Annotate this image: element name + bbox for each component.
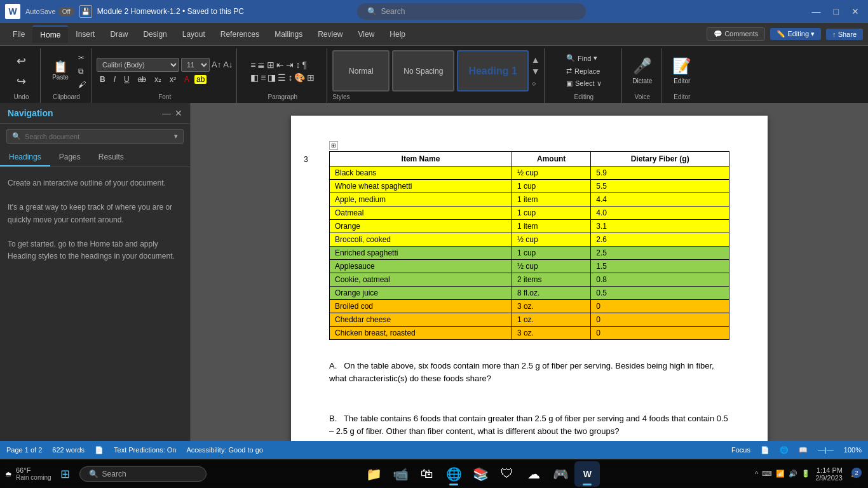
tb-app-cloud[interactable]: ☁: [521, 461, 546, 487]
select-btn[interactable]: ▣ Select ∨: [562, 78, 606, 89]
paste-btn[interactable]: 📋 Paste: [46, 59, 75, 83]
battery-icon[interactable]: 🔋: [801, 470, 810, 478]
highlight-btn[interactable]: ab: [194, 75, 207, 84]
tb-app-file-explorer[interactable]: 📁: [361, 461, 386, 487]
maximize-btn[interactable]: □: [830, 6, 843, 17]
cut-btn[interactable]: ✂: [77, 52, 87, 64]
font-size-select[interactable]: 11: [181, 58, 210, 72]
comments-button[interactable]: 💬 Comments: [707, 27, 765, 41]
align-center-btn[interactable]: ≡: [261, 72, 266, 83]
close-btn[interactable]: ✕: [848, 6, 863, 17]
tb-app-steam[interactable]: 🎮: [548, 461, 573, 487]
editing-button[interactable]: ✏️ Editing ▾: [770, 28, 821, 40]
copy-btn[interactable]: ⧉: [77, 65, 87, 77]
tb-app-mcafee[interactable]: 🛡: [494, 461, 520, 487]
line-spacing-btn[interactable]: ↕: [288, 72, 292, 83]
save-icon[interactable]: 💾: [79, 5, 92, 18]
font-color-btn[interactable]: A: [181, 74, 193, 85]
nav-tab-pages[interactable]: Pages: [50, 149, 90, 166]
justify-btn[interactable]: ☰: [278, 72, 286, 83]
tab-view[interactable]: View: [351, 26, 383, 43]
tab-draw[interactable]: Draw: [102, 26, 135, 43]
tab-file[interactable]: File: [5, 26, 32, 43]
autosave-control[interactable]: AutoSave Off: [25, 7, 74, 17]
tab-layout[interactable]: Layout: [175, 26, 213, 43]
undo-btn[interactable]: ↩: [14, 53, 29, 69]
replace-btn[interactable]: ⇄ Replace: [562, 65, 606, 76]
wifi-icon[interactable]: 📶: [776, 470, 785, 478]
numbering-btn[interactable]: ≣: [257, 60, 265, 70]
autosave-toggle[interactable]: Off: [58, 7, 74, 17]
volume-icon[interactable]: 🔊: [789, 470, 797, 478]
track-changes-icon[interactable]: 📄: [95, 446, 104, 454]
bullets-btn[interactable]: ≡: [250, 60, 255, 70]
tab-mailings[interactable]: Mailings: [267, 26, 310, 43]
align-left-btn[interactable]: ◧: [250, 72, 259, 83]
shrink-font-btn[interactable]: A↓: [223, 60, 233, 69]
share-button[interactable]: ↑ Share: [826, 29, 863, 40]
style-no-spacing-btn[interactable]: No Spacing: [392, 50, 454, 92]
tab-help[interactable]: Help: [382, 26, 413, 43]
indent-increase-btn[interactable]: ⇥: [286, 60, 294, 70]
font-family-select[interactable]: Calibri (Body): [97, 58, 179, 72]
weather-widget[interactable]: 🌧 66°F Rain coming: [5, 466, 51, 481]
web-layout-icon[interactable]: 🌐: [780, 446, 789, 454]
search-bar[interactable]: 🔍 Search: [357, 3, 586, 20]
nav-tab-headings[interactable]: Headings: [0, 149, 50, 166]
start-btn[interactable]: ⊞: [54, 463, 77, 485]
bold-btn[interactable]: B: [97, 74, 109, 85]
tab-references[interactable]: References: [213, 26, 267, 43]
notification-center[interactable]: 🔔 2: [848, 466, 863, 482]
system-tray[interactable]: ^ ⌨ 📶 🔊 🔋: [755, 470, 810, 478]
tb-app-store[interactable]: 🛍: [414, 461, 440, 487]
sort-btn[interactable]: ↕: [295, 60, 300, 70]
dictate-label[interactable]: Dictate: [632, 78, 652, 85]
keyboard-icon[interactable]: ⌨: [762, 470, 772, 478]
styles-scroll-up[interactable]: ▲▼⬦: [531, 55, 540, 88]
clock[interactable]: 1:14 PM 2/9/2023: [815, 466, 843, 482]
nav-close-btn[interactable]: ✕: [175, 108, 182, 118]
shading-btn[interactable]: 🎨: [294, 72, 305, 83]
multilevel-btn[interactable]: ⊞: [267, 60, 275, 70]
text-predictions[interactable]: Text Predictions: On: [114, 446, 176, 454]
nav-minimize-btn[interactable]: —: [162, 108, 171, 118]
italic-btn[interactable]: I: [111, 74, 119, 85]
zoom-slider[interactable]: —|—: [818, 446, 834, 454]
show-marks-btn[interactable]: ¶: [302, 60, 307, 70]
style-normal-btn[interactable]: Normal: [332, 50, 390, 92]
indent-decrease-btn[interactable]: ⇤: [276, 60, 284, 70]
find-btn[interactable]: 🔍 Find ▾: [562, 53, 606, 64]
tb-app-browser[interactable]: 🌐: [441, 461, 466, 487]
read-mode-icon[interactable]: 📖: [799, 446, 808, 454]
nav-search-input[interactable]: [25, 133, 170, 140]
style-heading-btn[interactable]: Heading 1: [457, 50, 528, 92]
tab-home[interactable]: Home: [32, 25, 68, 43]
strikethrough-btn[interactable]: ab: [135, 74, 149, 85]
minimize-btn[interactable]: —: [808, 6, 825, 17]
format-painter-btn[interactable]: 🖌: [77, 79, 87, 90]
focus-btn[interactable]: Focus: [731, 446, 750, 454]
doc-page[interactable]: 3 ⊞ Item Name Amount Dietary Fiber (g) B…: [291, 116, 768, 441]
borders-btn[interactable]: ⊞: [307, 72, 315, 83]
tb-app-teams[interactable]: 📹: [388, 461, 413, 487]
nav-tab-results[interactable]: Results: [90, 149, 133, 166]
editor-btn-label[interactable]: Editor: [674, 78, 690, 85]
redo-btn[interactable]: ↪: [14, 73, 29, 90]
subscript-btn[interactable]: x₂: [151, 74, 165, 85]
superscript-btn[interactable]: x²: [166, 74, 179, 85]
table-handle[interactable]: ⊞: [329, 141, 338, 150]
tb-app-library[interactable]: 📚: [468, 461, 493, 487]
document-area[interactable]: 3 ⊞ Item Name Amount Dietary Fiber (g) B…: [191, 103, 868, 441]
taskbar-search[interactable]: 🔍 Search: [79, 466, 207, 482]
nav-search-dropdown[interactable]: ▾: [174, 132, 178, 140]
print-layout-icon[interactable]: 📄: [761, 446, 770, 454]
align-right-btn[interactable]: ◨: [268, 72, 276, 83]
accessibility-status[interactable]: Accessibility: Good to go: [186, 446, 262, 454]
tb-app-word[interactable]: W: [574, 461, 600, 487]
tab-insert[interactable]: Insert: [68, 26, 102, 43]
tray-up-icon[interactable]: ^: [755, 470, 758, 478]
tab-review[interactable]: Review: [310, 26, 350, 43]
grow-font-btn[interactable]: A↑: [212, 60, 221, 69]
tab-design[interactable]: Design: [135, 26, 174, 43]
underline-btn[interactable]: U: [121, 74, 133, 85]
